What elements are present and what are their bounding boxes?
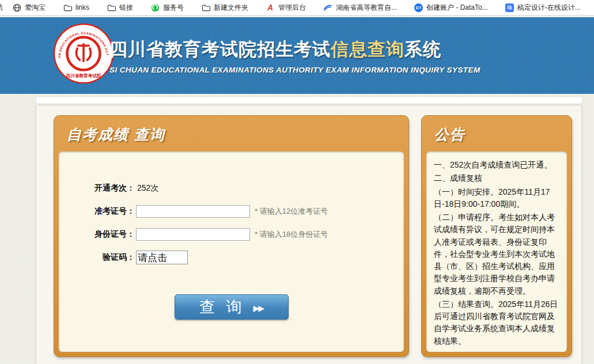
- bookmark-label: 新建文件夹: [214, 3, 248, 13]
- notice-text: 一、252次自考成绩查询已开通。 二、成绩复核 （一）时间安排。2025年11月…: [426, 151, 567, 352]
- notice-line: （一）时间安排。2025年11月17日-18日9:00-17:00期间。: [434, 186, 559, 211]
- bookmark-label: 管理后台: [278, 3, 306, 13]
- query-button[interactable]: 查 询 ▶▶: [175, 294, 289, 320]
- folder-icon: [201, 3, 210, 12]
- bookmark-label: 稿定设计-在线设计...: [517, 3, 581, 13]
- page-title: 四川省教育考试院招生考试信息查询系统: [109, 37, 481, 62]
- bookmark-label: 湖南省高等教育自...: [336, 3, 397, 13]
- notice-line: 二、成绩复核: [434, 172, 559, 184]
- bookmark-item-admin[interactable]: A 管理后台: [266, 3, 306, 13]
- id-label: 身份证号：: [59, 229, 135, 240]
- page-subtitle: SI CHUAN EDUCATIONAL EXAMINATIONS AUTHOR…: [109, 66, 481, 74]
- query-button-label: 查 询: [199, 297, 245, 317]
- title-part2: 系统: [404, 39, 441, 59]
- ticket-label: 准考证号：: [59, 206, 135, 217]
- query-form: 开通考次： 252次 准考证号： * 请输入12位准考证号 身份证号： * 请输…: [59, 151, 404, 320]
- id-hint: * 请输入18位身份证号: [255, 229, 328, 240]
- captcha-label: 验证码：: [59, 252, 135, 263]
- site-logo: SICHUAN EDUCATIONAL EXAMINATIONS AUTHORI…: [53, 23, 114, 84]
- double-arrow-icon: ▶▶: [253, 304, 263, 313]
- session-label: 开通考次：: [59, 183, 135, 194]
- bookmark-label: 链接: [119, 3, 133, 13]
- ticket-row: 准考证号： * 请输入12位准考证号: [59, 204, 404, 218]
- red-a-icon: A: [266, 3, 275, 12]
- bookmark-label: 爱淘宝: [25, 3, 46, 13]
- title-part1: 四川省教育考试院招生考试: [109, 39, 331, 59]
- blue-waves-icon: [323, 3, 332, 12]
- bookmark-item-lianjie[interactable]: 链接: [107, 3, 133, 13]
- bookmark-label: 创建账户 - DataTo...: [426, 3, 488, 13]
- bookmark-item-datato[interactable]: DT 创建账户 - DataTo...: [414, 3, 488, 13]
- captcha-box[interactable]: 请点击: [136, 251, 188, 264]
- svg-text:四川省教育考试院: 四川省教育考试院: [66, 73, 101, 78]
- screen: 航 爱淘宝 links 链接 服务号: [0, 0, 594, 364]
- notice-line: 一、252次自考成绩查询已开通。: [434, 159, 559, 171]
- notice-panel-body: 一、252次自考成绩查询已开通。 二、成绩复核 （一）时间安排。2025年11月…: [426, 151, 567, 352]
- title-highlight: 信息查询: [331, 39, 404, 59]
- bookmarks-bar: 航 爱淘宝 links 链接 服务号: [0, 0, 594, 16]
- bookmark-item-links[interactable]: links: [63, 3, 89, 12]
- bookmark-label: 服务号: [163, 3, 184, 13]
- notice-panel: 公告 一、252次自考成绩查询已开通。 二、成绩复核 （一）时间安排。2025年…: [421, 115, 572, 357]
- bookmark-item-partial[interactable]: 航: [0, 3, 3, 13]
- captcha-row: 验证码： 请点击: [59, 251, 404, 264]
- id-input[interactable]: [136, 228, 250, 241]
- title-block: 四川省教育考试院招生考试信息查询系统 SI CHUAN EDUCATIONAL …: [109, 37, 481, 74]
- bookmark-item-gaoding[interactable]: 稿 稿定设计-在线设计...: [505, 3, 581, 13]
- bookmark-item-newfolder[interactable]: 新建文件夹: [201, 3, 248, 13]
- green-service-icon: [150, 3, 160, 12]
- notice-line: （二）申请程序。考生如对本人考试成绩有异议，可在规定时间持本人准考证或考籍表、身…: [434, 211, 559, 297]
- bookmark-item-aitaobao[interactable]: 爱淘宝: [12, 3, 46, 13]
- session-value: 252次: [137, 183, 158, 194]
- notice-panel-title: 公告: [422, 116, 572, 144]
- notice-line: （三）结果查询。2025年11月26日后可通过四川省教育考试院官网及自学考试业务…: [434, 298, 559, 347]
- gaoding-icon: 稿: [505, 3, 514, 12]
- bookmark-label: 航: [0, 3, 3, 13]
- globe-icon: [12, 3, 21, 12]
- bookmark-label: links: [75, 3, 89, 12]
- site-header: SICHUAN EDUCATIONAL EXAMINATIONS AUTHORI…: [0, 17, 594, 94]
- bookmark-item-hunan[interactable]: 湖南省高等教育自...: [323, 3, 397, 13]
- query-panel: 自考成绩 查询 开通考次： 252次 准考证号： * 请输入12位准考证号 身份…: [54, 115, 409, 357]
- folder-icon: [63, 3, 72, 12]
- top-strip: [36, 97, 582, 104]
- bookmark-item-fuwuhao[interactable]: 服务号: [150, 3, 184, 13]
- dt-icon: DT: [414, 3, 423, 12]
- query-panel-body: 开通考次： 252次 准考证号： * 请输入12位准考证号 身份证号： * 请输…: [59, 151, 404, 352]
- main-content: 自考成绩 查询 开通考次： 252次 准考证号： * 请输入12位准考证号 身份…: [36, 106, 582, 364]
- folder-icon: [107, 3, 116, 12]
- query-panel-title: 自考成绩 查询: [54, 116, 408, 144]
- session-row: 开通考次： 252次: [59, 181, 404, 195]
- ticket-input[interactable]: [136, 205, 250, 218]
- ticket-hint: * 请输入12位准考证号: [255, 206, 328, 217]
- id-row: 身份证号： * 请输入18位身份证号: [59, 227, 404, 241]
